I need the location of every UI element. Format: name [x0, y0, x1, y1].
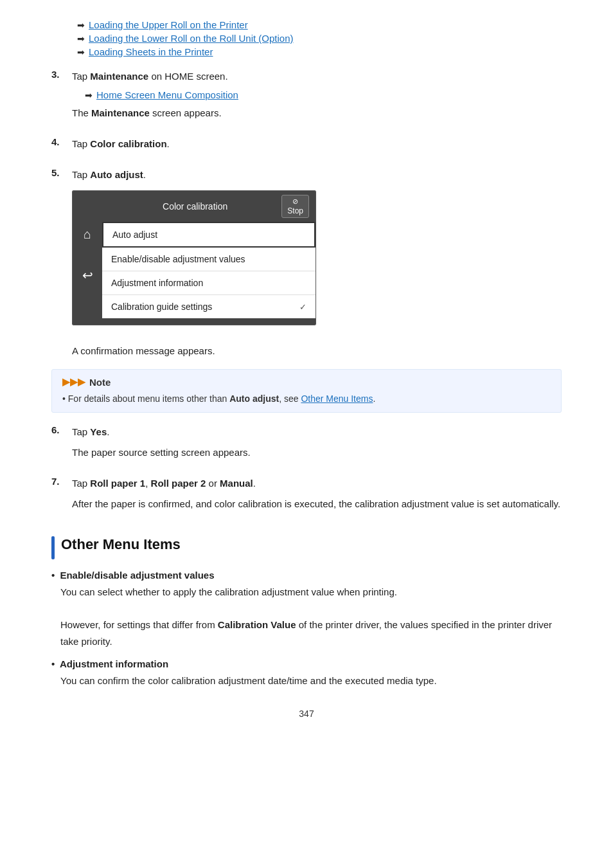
step-6-body: The paper source setting screen appears.: [72, 445, 562, 460]
enable-disable-p1: You can select whether to apply the cali…: [60, 584, 562, 601]
menu-item-auto-adjust: Auto adjust: [102, 222, 315, 248]
menu-item-calibration-guide-label: Calibration guide settings: [111, 302, 212, 312]
roll-paper-1-bold: Roll paper 1: [90, 478, 145, 489]
step-6: 6. Tap Yes. The paper source setting scr…: [51, 424, 562, 466]
upper-roll-link[interactable]: Loading the Upper Roll on the Printer: [89, 19, 248, 30]
step-4-content: Tap Color calibration.: [72, 136, 562, 157]
link-loading-sheets: ➡ Loading Sheets in the Printer: [77, 46, 562, 57]
step-3-content: Tap Maintenance on HOME screen. ➡ Home S…: [72, 69, 562, 126]
arrow-icon-3: ➡: [77, 47, 85, 57]
house-icon: ⌂: [84, 227, 91, 242]
step-3-note: The Maintenance screen appears.: [72, 105, 562, 121]
step-7-body: After the paper is confirmed, and color …: [72, 496, 562, 512]
manual-bold: Manual: [220, 478, 253, 489]
stop-button: ⊘ Stop: [281, 195, 309, 218]
step-4-number: 4.: [51, 136, 66, 157]
step-5: 5. Tap Auto adjust. Color calibration ⊘ …: [51, 167, 562, 333]
arrow-icon-1: ➡: [77, 20, 85, 30]
step-6-number: 6.: [51, 424, 66, 466]
home-screen-link[interactable]: Home Screen Menu Composition: [96, 89, 238, 100]
step-3-text: Tap Maintenance on HOME screen.: [72, 69, 562, 84]
other-menu-section: Other Menu Items: [51, 536, 562, 559]
menu-item-adjustment-info: Adjustment information: [102, 271, 315, 295]
chevron-down-icon: ✓: [299, 302, 306, 312]
calibration-left-icons: ⌂ ↩: [73, 222, 102, 318]
lower-roll-link[interactable]: Loading the Lower Roll on the Roll Unit …: [89, 33, 294, 44]
page-number: 347: [51, 709, 562, 719]
maintenance-bold-2: Maintenance: [91, 107, 150, 118]
step-7-number: 7.: [51, 476, 66, 517]
calibration-body: ⌂ ↩ Auto adjust Enable/disable adjustmen…: [73, 222, 315, 318]
link-upper-roll: ➡ Loading the Upper Roll on the Printer: [77, 19, 562, 30]
back-icon: ↩: [82, 267, 93, 283]
confirmation-text: A confirmation message appears.: [72, 343, 562, 359]
note-header: ▶▶▶ Note: [62, 376, 551, 388]
step-3-number: 3.: [51, 69, 66, 126]
yes-bold: Yes: [90, 426, 107, 437]
bullet-item-enable-disable-title: • Enable/disable adjustment values: [51, 570, 562, 581]
other-menu-items-link[interactable]: Other Menu Items: [301, 393, 373, 404]
adjustment-info-p1: You can confirm the color calibration ad…: [60, 673, 562, 689]
calibration-value-bold: Calibration Value: [218, 619, 296, 630]
enable-disable-p2: However, for settings that differ from C…: [60, 617, 562, 649]
note-box: ▶▶▶ Note • For details about menu items …: [51, 369, 562, 413]
step-7: 7. Tap Roll paper 1, Roll paper 2 or Man…: [51, 476, 562, 517]
other-menu-items: • Enable/disable adjustment values You c…: [51, 570, 562, 689]
calibration-header: Color calibration ⊘ Stop: [73, 191, 315, 222]
menu-item-enable-disable: Enable/disable adjustment values: [102, 248, 315, 271]
step-5-text: Tap Auto adjust.: [72, 167, 562, 183]
bullet-dot-1: •: [51, 570, 55, 581]
menu-item-enable-disable-label: Enable/disable adjustment values: [111, 254, 245, 264]
step-6-content: Tap Yes. The paper source setting screen…: [72, 424, 562, 466]
step-4: 4. Tap Color calibration.: [51, 136, 562, 157]
calibration-screenshot: Color calibration ⊘ Stop ⌂ ↩ Auto adjust…: [72, 190, 316, 325]
bullet-dot-2: •: [51, 658, 55, 669]
bullet-item-adjustment-info: • Adjustment information You can confirm…: [51, 658, 562, 689]
calibration-header-title: Color calibration: [109, 201, 281, 212]
other-menu-heading: Other Menu Items: [61, 536, 181, 553]
enable-disable-title-text: Enable/disable adjustment values: [60, 570, 214, 581]
auto-adjust-bold: Auto adjust: [90, 169, 143, 180]
step-7-content: Tap Roll paper 1, Roll paper 2 or Manual…: [72, 476, 562, 517]
note-label: Note: [89, 377, 111, 388]
step-5-content: Tap Auto adjust. Color calibration ⊘ Sto…: [72, 167, 562, 333]
note-content: • For details about menu items other tha…: [62, 392, 551, 406]
section-border: [51, 536, 55, 559]
note-auto-adjust-bold: Auto adjust: [229, 393, 279, 404]
step-5-number: 5.: [51, 167, 66, 333]
maintenance-bold: Maintenance: [90, 71, 148, 82]
step-3: 3. Tap Maintenance on HOME screen. ➡ Hom…: [51, 69, 562, 126]
menu-item-adjustment-info-label: Adjustment information: [111, 278, 203, 288]
link-lower-roll: ➡ Loading the Lower Roll on the Roll Uni…: [77, 33, 562, 44]
stop-label: Stop: [287, 206, 303, 215]
arrow-icon-4: ➡: [85, 90, 93, 100]
step-3-sublink: ➡ Home Screen Menu Composition: [85, 89, 562, 100]
step-7-text: Tap Roll paper 1, Roll paper 2 or Manual…: [72, 476, 562, 491]
adjustment-info-body: You can confirm the color calibration ad…: [60, 673, 562, 689]
bullet-item-enable-disable: • Enable/disable adjustment values You c…: [51, 570, 562, 649]
menu-item-calibration-guide: Calibration guide settings ✓: [102, 295, 315, 318]
menu-item-auto-adjust-label: Auto adjust: [112, 230, 157, 240]
step-6-text: Tap Yes.: [72, 424, 562, 440]
top-links-list: ➡ Loading the Upper Roll on the Printer …: [77, 19, 562, 57]
adjustment-info-title-text: Adjustment information: [60, 658, 168, 669]
step-4-text: Tap Color calibration.: [72, 136, 562, 152]
calibration-footer: [73, 318, 315, 325]
bullet-item-adjustment-info-title: • Adjustment information: [51, 658, 562, 669]
loading-sheets-link[interactable]: Loading Sheets in the Printer: [89, 46, 213, 57]
stop-icon: ⊘: [292, 197, 298, 206]
enable-disable-body: You can select whether to apply the cali…: [60, 584, 562, 649]
calibration-menu: Auto adjust Enable/disable adjustment va…: [102, 222, 315, 318]
roll-paper-2-bold: Roll paper 2: [151, 478, 206, 489]
note-arrows-icon: ▶▶▶: [62, 376, 85, 388]
arrow-icon-2: ➡: [77, 33, 85, 44]
color-cal-bold: Color calibration: [90, 138, 166, 149]
